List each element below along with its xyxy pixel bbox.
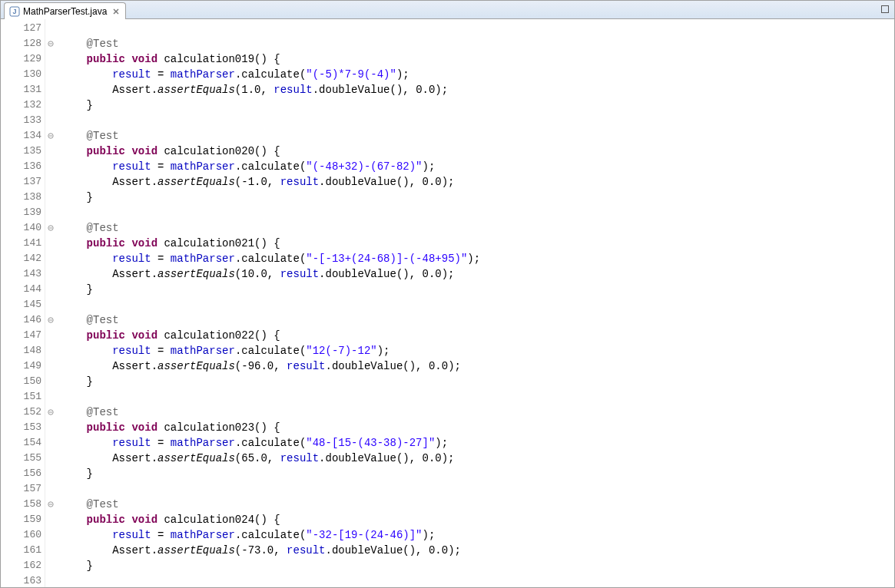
text-token: [61, 437, 112, 449]
static-method-token: assertEquals: [157, 84, 235, 96]
static-method-token: assertEquals: [157, 360, 235, 372]
text-token: );: [423, 529, 436, 541]
annotation-token: @Test: [87, 314, 119, 326]
line-number: 152: [1, 405, 45, 420]
code-line[interactable]: [61, 389, 894, 405]
code-line[interactable]: }: [61, 558, 894, 573]
string-token: "-[-13+(24-68)]-(-48+95)": [306, 253, 467, 265]
fold-spacer: [45, 205, 56, 220]
line-number: 146: [1, 312, 45, 328]
code-line[interactable]: @Test: [61, 128, 894, 144]
text-token: [61, 268, 112, 280]
text-token: .doubleValue(), 0.0);: [319, 452, 454, 464]
close-icon[interactable]: [111, 7, 121, 16]
field-token: mathParser: [171, 345, 235, 357]
text-token: (10.0,: [235, 268, 280, 280]
code-line[interactable]: @Test: [61, 36, 894, 51]
fold-spacer: [45, 21, 56, 36]
code-line[interactable]: result = mathParser.calculate("-32-[19-(…: [61, 527, 894, 543]
text-token: }: [61, 467, 93, 480]
code-line[interactable]: public void calculation023() {: [61, 420, 894, 435]
code-line[interactable]: [61, 113, 894, 128]
code-line[interactable]: Assert.assertEquals(1.0, result.doubleVa…: [61, 82, 894, 97]
keyword-token: public: [87, 145, 125, 157]
code-area[interactable]: @Test public void calculation019() { res…: [56, 19, 894, 587]
fold-spacer: [45, 420, 56, 435]
code-line[interactable]: }: [61, 374, 894, 389]
code-line[interactable]: }: [61, 282, 894, 297]
text-token: [61, 130, 87, 142]
fold-toggle-icon[interactable]: [45, 497, 56, 512]
text-token: calculation022() {: [164, 329, 280, 342]
fold-spacer: [45, 236, 56, 251]
field-token: result: [287, 544, 325, 557]
fold-toggle-icon[interactable]: [45, 312, 56, 328]
fold-toggle-icon[interactable]: [45, 220, 56, 236]
line-number: 133: [1, 113, 45, 128]
fold-spacer: [45, 97, 56, 113]
fold-spacer: [45, 282, 56, 297]
code-line[interactable]: }: [61, 190, 894, 205]
fold-spacer: [45, 159, 56, 174]
code-line[interactable]: result = mathParser.calculate("12(-7)-12…: [61, 343, 894, 358]
text-token: calculation019() {: [164, 53, 280, 65]
code-line[interactable]: [61, 573, 894, 587]
code-line[interactable]: Assert.assertEquals(65.0, result.doubleV…: [61, 451, 894, 466]
text-token: [61, 176, 112, 188]
line-number: 134: [1, 128, 45, 144]
text-token: [61, 452, 112, 464]
code-line[interactable]: public void calculation022() {: [61, 328, 894, 343]
field-token: mathParser: [171, 529, 235, 541]
text-token: }: [61, 99, 93, 111]
line-number: 144: [1, 282, 45, 297]
code-line[interactable]: result = mathParser.calculate("(-48+32)-…: [61, 159, 894, 174]
maximize-icon[interactable]: [879, 3, 891, 15]
fold-toggle-icon[interactable]: [45, 128, 56, 144]
code-line[interactable]: @Test: [61, 405, 894, 420]
text-token: );: [423, 160, 436, 173]
code-line[interactable]: [61, 205, 894, 220]
static-method-token: assertEquals: [157, 176, 235, 188]
keyword-token: public: [87, 514, 125, 526]
static-method-token: assertEquals: [157, 544, 235, 557]
fold-toggle-icon[interactable]: [45, 36, 56, 51]
code-line[interactable]: public void calculation024() {: [61, 512, 894, 527]
text-token: }: [61, 191, 93, 203]
code-line[interactable]: result = mathParser.calculate("48-[15-(4…: [61, 435, 894, 451]
line-number: 149: [1, 358, 45, 374]
line-number: 130: [1, 67, 45, 82]
fold-spacer: [45, 51, 56, 67]
fold-spacer: [45, 543, 56, 558]
keyword-token: void: [131, 53, 157, 65]
code-line[interactable]: Assert.assertEquals(-73.0, result.double…: [61, 543, 894, 558]
code-line[interactable]: @Test: [61, 220, 894, 236]
field-token: result: [280, 176, 319, 188]
fold-spacer: [45, 451, 56, 466]
code-line[interactable]: }: [61, 466, 894, 481]
code-line[interactable]: Assert.assertEquals(-96.0, result.double…: [61, 358, 894, 374]
editor-tab[interactable]: J MathParserTest.java: [4, 2, 126, 19]
fold-spacer: [45, 558, 56, 573]
code-line[interactable]: public void calculation021() {: [61, 236, 894, 251]
fold-toggle-icon[interactable]: [45, 405, 56, 420]
code-line[interactable]: Assert.assertEquals(-1.0, result.doubleV…: [61, 174, 894, 190]
text-token: =: [151, 253, 171, 265]
code-line[interactable]: public void calculation019() {: [61, 51, 894, 67]
code-line[interactable]: [61, 481, 894, 497]
fold-spacer: [45, 481, 56, 497]
code-editor[interactable]: 1271281291301311321331341351361371381391…: [1, 19, 894, 587]
code-line[interactable]: @Test: [61, 497, 894, 512]
code-line[interactable]: }: [61, 97, 894, 113]
text-token: [61, 38, 87, 50]
field-token: result: [287, 360, 325, 372]
code-line[interactable]: Assert.assertEquals(10.0, result.doubleV…: [61, 266, 894, 282]
code-line[interactable]: [61, 21, 894, 36]
code-line[interactable]: result = mathParser.calculate("-[-13+(24…: [61, 251, 894, 266]
code-line[interactable]: [61, 297, 894, 312]
code-line[interactable]: @Test: [61, 312, 894, 328]
code-line[interactable]: public void calculation020() {: [61, 144, 894, 159]
string-token: "48-[15-(43-38)-27]": [306, 437, 435, 449]
code-line[interactable]: result = mathParser.calculate("(-5)*7-9(…: [61, 67, 894, 82]
text-token: Assert.: [112, 176, 157, 188]
line-number: 154: [1, 435, 45, 451]
